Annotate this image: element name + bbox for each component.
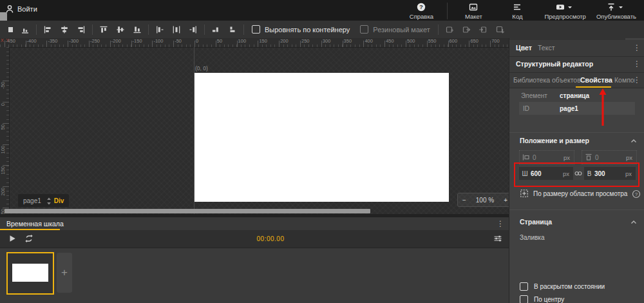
ruler-label: 200 [0, 188, 6, 196]
опубликовать-button[interactable]: Опубликовать [591, 2, 641, 20]
page-tools-disabled [441, 24, 508, 35]
zoom-in-button[interactable]: + [504, 197, 507, 204]
panel-menu-kebab-icon[interactable]: ⋮ [633, 60, 641, 68]
divider [36, 24, 37, 35]
fit-to-viewport-label: По размеру области просмотра [533, 190, 627, 197]
timeline-settings-icon[interactable] [493, 234, 504, 244]
ruler-label: 700 [491, 38, 500, 44]
layout-icon [469, 2, 478, 12]
справка-button[interactable]: ? Справка [399, 2, 443, 20]
ruler-corner-xy: X Y [1, 38, 10, 43]
panel-menu-kebab-icon[interactable]: ⋮ [633, 76, 641, 84]
align-left-icon[interactable] [41, 24, 55, 35]
tab-color[interactable]: Цвет [516, 44, 532, 52]
checkbox-box[interactable] [252, 25, 260, 34]
timeline-menu-kebab-icon[interactable]: ⋮ [497, 220, 504, 228]
align-middle-icon[interactable] [113, 24, 128, 35]
toolbar-icons [0, 24, 247, 35]
action-label: Макет [465, 13, 482, 20]
ruler-label: -300 [69, 38, 79, 44]
align-right-icon[interactable] [74, 24, 88, 35]
help-circle-icon[interactable]: ? [632, 190, 640, 198]
zoom-control: − 100 % + [457, 193, 509, 207]
login-button[interactable]: Войти [5, 5, 37, 14]
width-field[interactable]: Ш 600 px [519, 167, 573, 180]
dist-right-icon[interactable] [186, 24, 200, 35]
tab-text[interactable]: Текст [538, 44, 554, 52]
макет-button[interactable]: Макет [451, 2, 495, 20]
ruler-label: 250 [301, 38, 310, 44]
stack-v-icon[interactable] [225, 24, 240, 35]
center-checkbox[interactable]: По центру [520, 295, 564, 303]
align-center-h-icon[interactable] [57, 24, 71, 35]
height-field[interactable]: В 300 px [584, 167, 636, 180]
page-import-icon [476, 24, 490, 35]
tab-properties[interactable]: Свойства [580, 76, 612, 84]
height-value[interactable]: 300 [594, 170, 605, 177]
page-thumbnail-selected[interactable] [6, 252, 54, 295]
align-bottom-icon[interactable] [130, 24, 144, 35]
ruler-label: 300 [323, 38, 331, 44]
expanded-state-checkbox[interactable]: В раскрытом состоянии [520, 282, 605, 291]
ruler-label: -50 [175, 38, 182, 44]
ruler-label: 50 [0, 124, 6, 130]
ruler-label: 50 [217, 38, 222, 44]
chevron-up-icon[interactable] [629, 218, 638, 227]
bar-bottom-icon[interactable] [18, 24, 32, 35]
zoom-out-button[interactable]: − [462, 197, 466, 204]
align-to-container-checkbox[interactable]: Выровнять по контейнеру [252, 25, 350, 34]
topbar-actions: ? Справка Макет Код Предпросмотр Опублик… [399, 2, 641, 20]
tab-components[interactable]: Компони [614, 76, 635, 84]
updown-icon[interactable] [44, 197, 51, 205]
ruler-label: -400 [27, 38, 37, 44]
ruler-label: 500 [407, 38, 415, 44]
align-top-icon[interactable] [97, 24, 111, 35]
chevron-up-icon[interactable] [629, 137, 638, 146]
link-dimensions-icon[interactable] [574, 169, 583, 178]
предпросмотр-button[interactable]: Предпросмотр [539, 2, 591, 20]
action-label: Справка [410, 13, 433, 20]
top-bar: Войти ? Справка Макет Код Предпросмотр О… [0, 0, 644, 21]
action-label: Опубликовать [596, 13, 636, 20]
horizontal-scrollbar[interactable] [5, 209, 370, 213]
panel-menu-kebab-icon[interactable]: ⋮ [633, 44, 641, 52]
breadcrumb-tag[interactable]: Div [54, 197, 64, 204]
right-panel: Цвет Текст ⋮ Структурный редактор ⋮ Библ… [509, 38, 644, 303]
design-canvas[interactable]: -450-400-350-300-250-200-150-100-5005010… [0, 38, 509, 214]
structure-editor-header[interactable]: Структурный редактор ⋮ [509, 57, 644, 73]
width-value[interactable]: 600 [531, 170, 542, 177]
element-label: Элемент [521, 92, 547, 99]
height-unit: px [625, 170, 636, 177]
tab-library[interactable]: Библиотека объектов [513, 76, 581, 84]
divider [204, 24, 205, 35]
id-field[interactable]: ID page1 [519, 102, 635, 115]
checkbox-box[interactable] [520, 282, 528, 291]
timeline-title: Временная шкала [6, 220, 64, 228]
timeline-controls: 00:00.00 [0, 230, 509, 248]
color-text-panel-header: Цвет Текст ⋮ [509, 40, 644, 57]
divider [243, 24, 244, 35]
y-value: 0 [595, 154, 599, 161]
ruler-label: 600 [450, 38, 458, 44]
код-button[interactable]: Код [495, 2, 539, 20]
dist-center-icon[interactable] [169, 24, 184, 35]
shape-partial-icon[interactable] [1, 24, 15, 35]
breadcrumb-page[interactable]: page1 [23, 197, 41, 204]
width-unit: px [563, 170, 573, 177]
checkbox-box[interactable] [520, 295, 528, 303]
dist-left-icon[interactable] [153, 24, 167, 35]
page-stage[interactable] [194, 73, 449, 202]
stack-h-icon[interactable] [209, 24, 223, 35]
code-icon [513, 2, 522, 12]
ruler-label: 100 [0, 146, 6, 154]
vertical-ruler[interactable]: -50050100150200250300 [0, 47, 10, 214]
ruler-label: 200 [280, 38, 289, 44]
divider [509, 132, 644, 133]
fluid-layout-checkbox: Резиновый макет [360, 25, 430, 34]
breadcrumb[interactable]: page1 Div [18, 194, 69, 207]
fit-to-viewport-button[interactable]: По размеру области просмотра ? [520, 189, 640, 198]
publish-icon [607, 2, 625, 12]
horizontal-ruler[interactable]: -450-400-350-300-250-200-150-100-5005010… [0, 38, 509, 48]
zoom-level: 100 % [476, 197, 494, 204]
add-page-button[interactable]: + [57, 253, 72, 293]
